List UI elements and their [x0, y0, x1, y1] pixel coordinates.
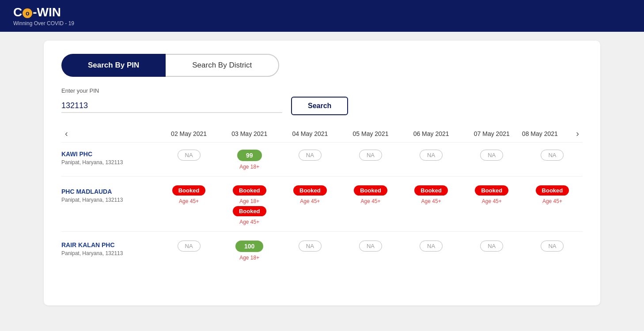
na-badge: NA [359, 241, 382, 252]
age-label: Age 18+ [239, 255, 259, 261]
booked-badge: Booked [172, 185, 206, 196]
slot-1-4: Booked Age 45+ [401, 178, 462, 209]
slot-1-0: Booked Age 45+ [159, 178, 219, 209]
pin-label: Enter your PIN [61, 87, 583, 94]
na-badge: NA [420, 150, 443, 161]
center-addr-1: Panipat, Haryana, 132113 [61, 197, 123, 203]
booked-badge: Booked [233, 185, 266, 196]
slot-1-3: Booked Age 45+ [340, 178, 401, 209]
slot-2-0: NA [159, 233, 219, 256]
na-badge: NA [178, 241, 201, 252]
age-label: Age 45+ [300, 198, 320, 204]
age-label: Age 45+ [542, 198, 562, 204]
available-badge: 100 [235, 241, 263, 252]
date-col-1: 03 May 2021 [219, 130, 280, 137]
center-info-1: PHC MADLAUDA Panipat, Haryana, 132113 [61, 178, 159, 207]
booked-badge: Booked [354, 185, 387, 196]
booked-badge: Booked [475, 185, 508, 196]
date-col-0: 02 May 2021 [159, 130, 219, 137]
logo-subtitle: Winning Over COVID - 19 [13, 20, 74, 26]
slot-2-2: NA [280, 233, 340, 256]
center-row-1: PHC MADLAUDA Panipat, Haryana, 132113 Bo… [61, 178, 583, 233]
slot-0-6: NA [522, 143, 583, 165]
date-col-6: 08 May 2021 [522, 130, 558, 137]
na-badge: NA [299, 150, 322, 161]
date-col-3: 05 May 2021 [340, 130, 401, 137]
search-button[interactable]: Search [291, 97, 348, 115]
available-badge: 99 [237, 150, 262, 161]
booked-badge: Booked [536, 185, 569, 196]
na-badge: NA [178, 150, 201, 161]
center-addr-2: Panipat, Haryana, 132113 [61, 250, 123, 256]
na-badge: NA [420, 241, 443, 252]
center-addr-0: Panipat, Haryana, 132113 [61, 159, 123, 166]
slot-2-6: NA [522, 233, 583, 256]
pin-row: Search [61, 97, 583, 115]
date-col-5: 07 May 2021 [462, 130, 522, 137]
center-name-0: KAWI PHC [61, 150, 92, 158]
na-badge: NA [359, 150, 382, 161]
na-badge: NA [299, 241, 322, 252]
age-label: Age 45+ [421, 198, 441, 204]
age-label: Age 45+ [482, 198, 502, 204]
prev-arrow[interactable]: ‹ [61, 128, 72, 139]
pin-input[interactable] [61, 99, 282, 113]
slot-0-2: NA [280, 143, 340, 165]
slot-0-1: 99 Age 18+ [219, 143, 280, 174]
slot-1-1: Booked Age 18+ Booked Age 45+ [219, 178, 280, 229]
tab-search-by-district[interactable]: Search By District [165, 54, 279, 77]
slot-0-3: NA [340, 143, 401, 165]
age-label: Age 18+ [239, 164, 259, 170]
center-row-2: RAIR KALAN PHC Panipat, Haryana, 132113 … [61, 233, 583, 265]
slot-0-0: NA [159, 143, 219, 165]
slot-2-1: 100 Age 18+ [219, 233, 280, 265]
slot-0-4: NA [401, 143, 462, 165]
next-arrow[interactable]: › [572, 128, 583, 139]
main-card: Search By PIN Search By District Enter y… [44, 41, 600, 305]
header: Co-WIN Winning Over COVID - 19 [0, 0, 644, 32]
age-label-2: Age 45+ [239, 219, 259, 225]
slot-2-4: NA [401, 233, 462, 256]
center-name-2: RAIR KALAN PHC [61, 241, 115, 248]
slot-2-5: NA [462, 233, 522, 256]
logo-icon: o [23, 8, 32, 18]
logo: Co-WIN [13, 5, 74, 19]
na-badge: NA [541, 241, 564, 252]
na-badge: NA [541, 150, 564, 161]
slot-1-2: Booked Age 45+ [280, 178, 340, 209]
date-col-4: 06 May 2021 [401, 130, 462, 137]
booked-badge: Booked [293, 185, 327, 196]
slot-1-5: Booked Age 45+ [462, 178, 522, 209]
date-header-row: ‹ 02 May 2021 03 May 2021 04 May 2021 05… [61, 128, 583, 143]
center-info-2: RAIR KALAN PHC Panipat, Haryana, 132113 [61, 233, 159, 261]
center-row-0: KAWI PHC Panipat, Haryana, 132113 NA 99 … [61, 143, 583, 178]
tab-search-by-pin[interactable]: Search By PIN [61, 54, 166, 77]
booked-badge: Booked [414, 185, 448, 196]
age-label: Age 45+ [360, 198, 380, 204]
center-name-1: PHC MADLAUDA [61, 188, 112, 195]
na-badge: NA [480, 150, 503, 161]
date-col-2: 04 May 2021 [280, 130, 340, 137]
na-badge: NA [480, 241, 503, 252]
slot-2-3: NA [340, 233, 401, 256]
slot-0-5: NA [462, 143, 522, 165]
booked-badge-2: Booked [233, 206, 266, 216]
age-label: Age 18+ [239, 198, 259, 204]
slot-1-6: Booked Age 45+ [522, 178, 583, 209]
center-info-0: KAWI PHC Panipat, Haryana, 132113 [61, 143, 159, 170]
age-label: Age 45+ [179, 198, 199, 204]
tab-row: Search By PIN Search By District [61, 54, 583, 77]
